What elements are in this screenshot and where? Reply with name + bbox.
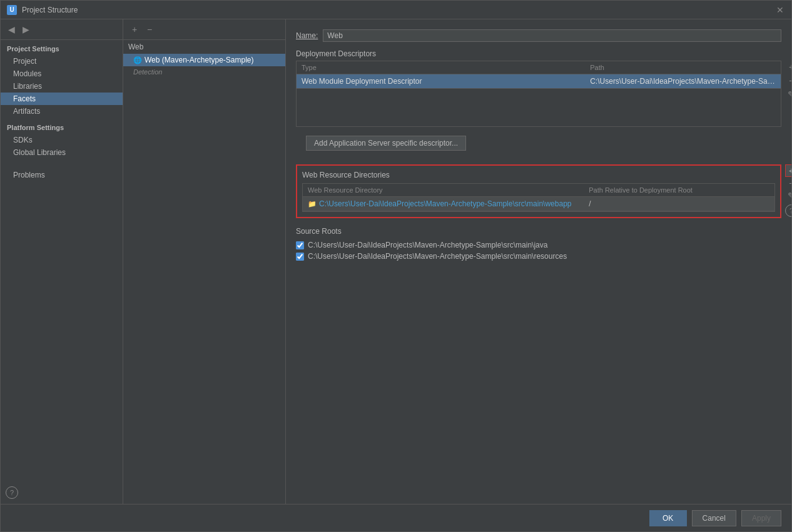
deployment-descriptors-heading: Deployment Descriptors xyxy=(286,46,791,61)
bottom-bar: OK Cancel Apply xyxy=(1,504,791,531)
facet-item-label: Web (Maven-Archetype-Sample) xyxy=(145,56,254,64)
sidebar-bottom: ? xyxy=(1,481,123,504)
source-root-java-path: C:\Users\User-Dai\IdeaProjects\Maven-Arc… xyxy=(308,241,547,249)
facets-toolbar: + − xyxy=(123,19,285,40)
web-resource-section: Web Resource Directories Web Resource Di… xyxy=(296,164,781,218)
web-resource-relative-path-cell: / xyxy=(584,197,774,211)
source-root-java: C:\Users\User-Dai\IdeaProjects\Maven-Arc… xyxy=(296,239,781,251)
middle-section: + − Web 🌐 Web (Maven-Archetype-Sample) D… xyxy=(123,19,791,504)
sidebar-item-libraries[interactable]: Libraries xyxy=(1,80,123,93)
source-roots-section: Source Roots C:\Users\User-Dai\IdeaProje… xyxy=(286,223,791,266)
col-type: Type xyxy=(297,61,585,74)
forward-button[interactable]: ▶ xyxy=(20,23,32,36)
deployment-table-header: Type Path xyxy=(297,61,781,74)
sidebar-item-global-libraries[interactable]: Global Libraries xyxy=(1,146,123,159)
deployment-table: Type Path Web Module Deployment Descript… xyxy=(296,61,781,127)
web-resource-heading: Web Resource Directories xyxy=(302,171,775,179)
row-type: Web Module Deployment Descriptor xyxy=(297,74,585,88)
sidebar-item-sdks[interactable]: SDKs xyxy=(1,134,123,146)
name-row: Name: xyxy=(286,26,791,46)
source-roots-heading: Source Roots xyxy=(296,227,781,236)
content-area: Name: Deployment Descriptors Type Path W… xyxy=(286,19,791,504)
add-web-resource-button[interactable]: + xyxy=(785,164,791,177)
col-path: Path xyxy=(585,61,781,74)
sidebar-help-button[interactable]: ? xyxy=(6,486,18,499)
remove-facet-button[interactable]: − xyxy=(143,23,156,36)
edit-web-resource-button[interactable]: ✎ xyxy=(785,189,791,202)
facet-item-web[interactable]: 🌐 Web (Maven-Archetype-Sample) xyxy=(123,54,285,66)
add-descriptor-row-button[interactable]: + xyxy=(785,61,791,73)
ok-button[interactable]: OK xyxy=(649,510,687,526)
web-resource-table-actions: + − ✎ ? xyxy=(785,164,791,217)
add-descriptor-button[interactable]: Add Application Server specific descript… xyxy=(306,136,466,151)
remove-descriptor-row-button[interactable]: − xyxy=(785,74,791,87)
sidebar-nav: ◀ ▶ xyxy=(1,19,123,40)
project-structure-dialog: U Project Structure ✕ ◀ ▶ Project Settin… xyxy=(0,0,792,532)
sidebar-item-artifacts[interactable]: Artifacts xyxy=(1,105,123,118)
main-content: ◀ ▶ Project Settings Project Modules Lib… xyxy=(1,19,791,504)
title-bar: U Project Structure ✕ xyxy=(1,1,791,19)
app-icon: U xyxy=(7,5,17,15)
col-relative-path: Path Relative to Deployment Root xyxy=(584,184,774,196)
web-resource-table-header: Web Resource Directory Path Relative to … xyxy=(303,184,774,197)
col-web-resource-dir: Web Resource Directory xyxy=(303,184,584,196)
name-label: Name: xyxy=(296,31,318,40)
web-resource-dir-cell: 📁 C:\Users\User-Dai\IdeaProjects\Maven-A… xyxy=(303,197,584,211)
folder-icon: 📁 xyxy=(308,200,317,208)
dialog-title: Project Structure xyxy=(22,6,775,14)
source-root-java-checkbox[interactable] xyxy=(296,241,304,249)
source-root-resources-checkbox[interactable] xyxy=(296,253,304,261)
facet-detection-label: Detection xyxy=(123,66,285,78)
source-root-resources: C:\Users\User-Dai\IdeaProjects\Maven-Arc… xyxy=(296,251,781,262)
web-resource-table: Web Resource Directory Path Relative to … xyxy=(302,183,775,212)
web-resource-help-button[interactable]: ? xyxy=(785,204,791,217)
close-button[interactable]: ✕ xyxy=(775,5,785,15)
sidebar: ◀ ▶ Project Settings Project Modules Lib… xyxy=(1,19,123,504)
facets-tree-panel: + − Web 🌐 Web (Maven-Archetype-Sample) D… xyxy=(123,19,286,504)
source-root-resources-path: C:\Users\User-Dai\IdeaProjects\Maven-Arc… xyxy=(308,252,567,261)
sidebar-item-facets[interactable]: Facets xyxy=(1,93,123,105)
sidebar-item-modules[interactable]: Modules xyxy=(1,68,123,80)
project-settings-heading: Project Settings xyxy=(1,40,123,55)
table-row[interactable]: Web Module Deployment Descriptor C:\User… xyxy=(297,74,781,89)
row-path: C:\Users\User-Dai\IdeaProjects\Maven-Arc… xyxy=(585,74,781,88)
deployment-table-actions: + − ✎ xyxy=(785,61,791,101)
platform-settings-heading: Platform Settings xyxy=(1,118,123,134)
back-button[interactable]: ◀ xyxy=(6,23,18,36)
sidebar-item-problems[interactable]: Problems xyxy=(1,169,123,181)
name-input[interactable] xyxy=(323,29,781,42)
add-facet-button[interactable]: + xyxy=(128,23,141,36)
web-facet-icon: 🌐 xyxy=(133,56,142,64)
apply-button[interactable]: Apply xyxy=(741,510,781,526)
web-resource-row[interactable]: 📁 C:\Users\User-Dai\IdeaProjects\Maven-A… xyxy=(303,197,774,211)
edit-descriptor-row-button[interactable]: ✎ xyxy=(785,88,791,101)
sidebar-item-project[interactable]: Project xyxy=(1,55,123,68)
cancel-button[interactable]: Cancel xyxy=(692,510,736,526)
remove-web-resource-button[interactable]: − xyxy=(785,177,791,189)
facet-category-web: Web xyxy=(123,40,285,54)
